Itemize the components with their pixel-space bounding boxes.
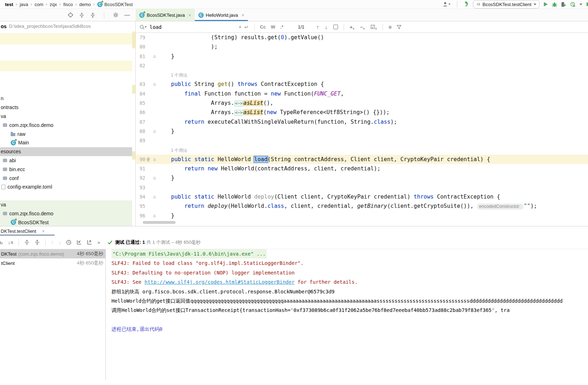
search-options-icon[interactable]: ≡ [389,24,392,30]
tree-item[interactable]: conf [0,174,132,183]
clear-search-icon[interactable]: × [239,24,241,30]
editor-line[interactable]: 80 ); [136,42,588,51]
more-actions-icon[interactable]: » [97,240,100,245]
search-icon[interactable] [140,25,147,30]
console-output[interactable]: "C:\Program Files\Java\jdk-11.0.6\bin\ja… [106,249,588,385]
add-selection-icon[interactable]: +II [350,24,354,30]
editor-line[interactable]: 88⌂ } [136,127,588,136]
editor-line[interactable]: 81⌂ } [136,52,588,61]
tree-item[interactable]: ontracts [0,103,132,112]
test-history-icon[interactable] [66,240,72,245]
console-link[interactable]: http://www.slf4j.org/codes.html#StaticLo… [145,279,295,285]
hide-panel-icon[interactable]: — [124,12,130,18]
match-case-toggle[interactable]: Cc [260,24,266,30]
breadcrumb-item[interactable]: zqx [50,2,57,7]
fold-marker-icon[interactable]: ⌂ [151,52,158,61]
tree-item[interactable]: CMain [0,138,132,147]
run-tab-label[interactable]: DKTest.testClient [1,229,36,234]
tree-item[interactable]: com.zqx.fisco.demo [0,209,132,218]
whole-words-toggle[interactable]: W [271,24,275,30]
fold-marker-icon[interactable]: ⌂ [151,211,158,220]
remove-selection-icon[interactable]: −II [360,24,365,30]
editor-line[interactable]: 82 [136,61,588,70]
fold-marker-icon[interactable]: ⌂ [151,127,158,136]
tree-item[interactable]: config-example.toml [0,183,132,191]
breadcrumb-item[interactable]: java [20,2,28,7]
editor-line[interactable]: 95 return deploy(HelloWorld.class, clien… [136,201,588,211]
run-with-coverage-button[interactable] [561,2,567,7]
tree-item[interactable]: n [0,94,132,103]
import-test-results-icon[interactable] [77,240,82,245]
stop-button-partial[interactable] [586,2,588,7]
editor-line[interactable]: 85 Arrays.<~>asList(), [136,98,588,108]
editor-tab[interactable]: CHelloWorld.java× [195,9,248,21]
expand-all-icon[interactable] [79,12,84,18]
newline-icon[interactable]: ↵ [244,24,249,30]
close-icon[interactable]: × [188,12,191,18]
breadcrumb-item[interactable]: demo [79,2,91,7]
build-hammer-icon[interactable] [464,1,469,7]
close-icon[interactable]: × [38,229,48,234]
previous-failed-icon[interactable]: ↑ [51,240,53,245]
editor-line[interactable]: 90@⌂ public static HelloWorld load(Strin… [136,155,588,164]
test-tree-row[interactable]: DKTest(com.zqx.fisco.demo)4秒 650毫秒 [0,249,105,258]
test-tree-row[interactable]: tClient4秒 650毫秒 [0,258,105,268]
export-test-results-icon[interactable] [87,240,92,245]
editor-line[interactable]: 87 return executeCallWithSingleValueRetu… [136,117,588,127]
editor-line[interactable]: 84 final Function function = new Functio… [136,89,588,98]
editor-line[interactable]: 83⌂ public String get() throws ContractE… [136,79,588,89]
collapse-all-icon[interactable] [90,12,95,18]
collapse-all-icon[interactable] [35,240,40,245]
tree-item[interactable]: CBcosSDKTest [0,218,132,226]
settings-gear-icon[interactable] [113,12,119,18]
tree-item[interactable]: raw [0,129,132,138]
tree-item[interactable]: va [0,200,132,209]
breadcrumb-item-class[interactable]: CBcosSDKTest [97,2,132,7]
regex-toggle[interactable]: .* [280,24,283,30]
editor-tab[interactable]: CBcosSDKTest.java× [136,9,195,21]
fold-marker-icon[interactable]: ⌂ [151,79,158,89]
code-editor[interactable]: 79 (String) results.get(0).getValue()80 … [136,33,588,226]
usages-hint[interactable]: 1 个用法 [158,73,187,78]
sort-by-duration-icon[interactable]: ↓≡ [8,240,13,245]
fold-marker-icon[interactable]: ⌂ [151,173,158,183]
previous-match-icon[interactable]: ↑ [317,24,319,30]
tree-item[interactable]: abi [0,156,132,165]
editor-line[interactable]: 96⌂ } [136,211,588,220]
editor-line[interactable]: 93 [136,183,588,192]
expand-all-icon[interactable] [24,240,30,245]
editor-line[interactable]: 92⌂ } [136,173,588,183]
breadcrumb-item[interactable]: com [35,2,43,7]
debug-button[interactable] [552,2,557,7]
tree-item[interactable]: com.zqx.fisco.demo [0,120,132,129]
run-configuration-select[interactable]: BcosSDKTest.testClient [473,0,540,9]
tree-item[interactable]: va [0,112,132,121]
user-account-icon[interactable] [443,2,451,7]
chevron-down-icon[interactable] [579,4,582,5]
select-all-matches-icon[interactable]: ☑II [370,24,377,30]
locate-file-icon[interactable] [68,12,73,18]
project-root-row[interactable]: os D:\idea_project\bcosTest\javaSdkBcos [0,21,135,31]
editor-line[interactable]: 79 (String) results.get(0).getValue() [136,33,588,42]
usages-hint[interactable]: 1 个用法 [158,148,187,153]
run-button[interactable] [543,2,548,7]
close-icon[interactable]: × [241,12,244,18]
sort-alphabetically-icon[interactable]: az [0,240,3,245]
tree-item[interactable]: esources [0,147,132,156]
open-in-window-icon[interactable] [333,25,338,29]
editor-line[interactable]: 91 return new HelloWorld(contractAddress… [136,164,588,173]
breadcrumb-item[interactable]: fisco [63,2,73,7]
next-failed-icon[interactable]: ↓ [58,240,61,245]
fold-marker-icon[interactable]: ⌂ [151,155,158,164]
fold-marker-icon[interactable]: ⌂ [151,192,158,201]
profiler-button[interactable] [570,2,576,7]
next-match-icon[interactable]: ↓ [325,24,328,30]
horizontal-scrollbar[interactable] [143,221,176,224]
editor-line[interactable]: 94⌂ public static HelloWorld deploy(Clie… [136,192,588,201]
editor-line[interactable]: 1 个用法 [136,70,588,79]
editor-line[interactable]: 86 Arrays.<~>asList(new TypeReference<Ut… [136,108,588,117]
filter-funnel-icon[interactable] [397,25,401,29]
editor-line[interactable]: 89 [136,136,588,145]
breadcrumb-item[interactable]: test [5,2,13,7]
search-input[interactable]: load [150,24,239,30]
